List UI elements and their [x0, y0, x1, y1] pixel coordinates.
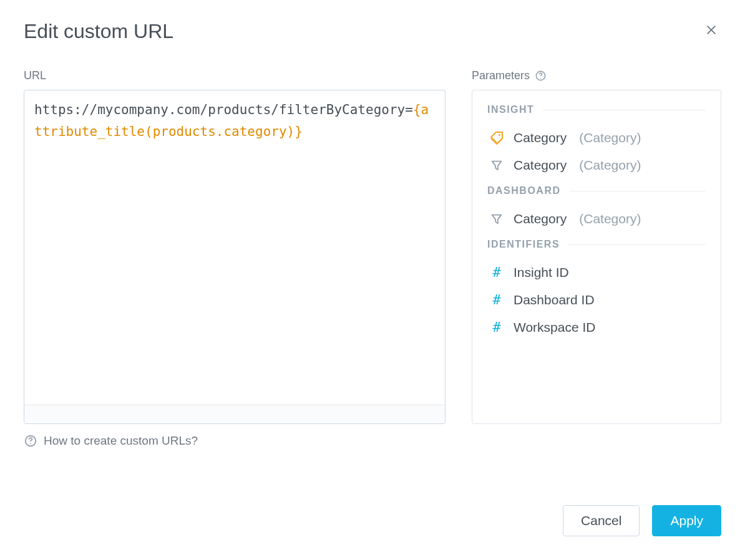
parameter-group-divider	[570, 191, 706, 191]
help-row: How to create custom URLs?	[24, 434, 446, 448]
parameters-panel: INSIGHTCategory(Category)Category(Catego…	[472, 90, 721, 424]
parameter-item[interactable]: #Insight ID	[487, 259, 706, 286]
hash-icon: #	[492, 293, 500, 307]
dialog-title: Edit custom URL	[24, 20, 173, 43]
url-field-label: URL	[24, 69, 446, 82]
dialog-footer-actions: Cancel Apply	[563, 505, 721, 536]
parameter-item-icon	[489, 158, 505, 172]
parameter-item-name: Category	[514, 211, 567, 226]
parameter-item-name: Category	[514, 130, 567, 145]
parameter-item-icon	[489, 130, 505, 145]
hash-icon: #	[492, 321, 500, 334]
cancel-button[interactable]: Cancel	[563, 505, 640, 536]
parameter-item-icon: #	[489, 266, 505, 279]
parameter-group-divider	[543, 110, 706, 110]
parameter-item[interactable]: Category(Category)	[487, 124, 706, 152]
hash-icon: #	[492, 266, 500, 279]
close-icon	[704, 23, 718, 37]
dialog-body: URL https://mycompany.com/products/filte…	[24, 69, 721, 448]
parameter-item-alt: (Category)	[579, 158, 641, 173]
url-editor-content[interactable]: https://mycompany.com/products/filterByC…	[24, 90, 445, 405]
apply-button[interactable]: Apply	[652, 505, 721, 536]
parameter-group-title: IDENTIFIERS	[487, 239, 560, 250]
url-editor[interactable]: https://mycompany.com/products/filterByC…	[24, 90, 446, 424]
parameter-item-alt: (Category)	[579, 130, 641, 145]
parameter-item-name: Insight ID	[514, 265, 569, 280]
parameters-label: Parameters	[472, 69, 530, 82]
filter-icon	[490, 212, 504, 226]
parameter-item-name: Dashboard ID	[514, 292, 595, 307]
parameter-item-alt: (Category)	[579, 211, 641, 226]
close-button[interactable]	[701, 20, 721, 40]
svg-point-5	[540, 78, 542, 79]
parameter-group-title: INSIGHT	[487, 104, 534, 115]
parameter-item-icon: #	[489, 293, 505, 307]
parameter-group-title: DASHBOARD	[487, 185, 561, 196]
parameters-label-row: Parameters	[472, 69, 721, 82]
parameter-item-icon	[489, 212, 505, 226]
filter-icon	[490, 158, 504, 172]
edit-custom-url-dialog: Edit custom URL URL https://mycompany.co…	[0, 0, 745, 560]
parameters-column: Parameters INSIGHTCategory(Category)Cate…	[472, 69, 721, 448]
parameter-item-icon: #	[489, 321, 505, 334]
url-editor-footer	[24, 405, 445, 423]
parameter-item[interactable]: #Workspace ID	[487, 314, 706, 341]
parameter-group-header: DASHBOARD	[487, 185, 706, 196]
parameter-item[interactable]: Category(Category)	[487, 205, 706, 233]
parameter-item-name: Workspace ID	[514, 320, 596, 335]
help-icon	[24, 434, 37, 448]
tag-icon	[489, 130, 504, 145]
url-text-prefix: https://mycompany.com/products/filterByC…	[34, 102, 413, 117]
parameter-item-name: Category	[514, 158, 567, 173]
url-column: URL https://mycompany.com/products/filte…	[24, 69, 446, 448]
parameter-item[interactable]: #Dashboard ID	[487, 286, 706, 314]
parameter-group-header: IDENTIFIERS	[487, 239, 706, 250]
parameter-group-header: INSIGHT	[487, 104, 706, 115]
dialog-header: Edit custom URL	[24, 20, 721, 43]
svg-point-3	[30, 443, 31, 445]
svg-point-6	[499, 134, 500, 136]
parameters-help-icon[interactable]	[535, 70, 547, 82]
help-link[interactable]: How to create custom URLs?	[44, 434, 198, 448]
parameter-group-divider	[568, 244, 706, 245]
parameter-item[interactable]: Category(Category)	[487, 152, 706, 179]
